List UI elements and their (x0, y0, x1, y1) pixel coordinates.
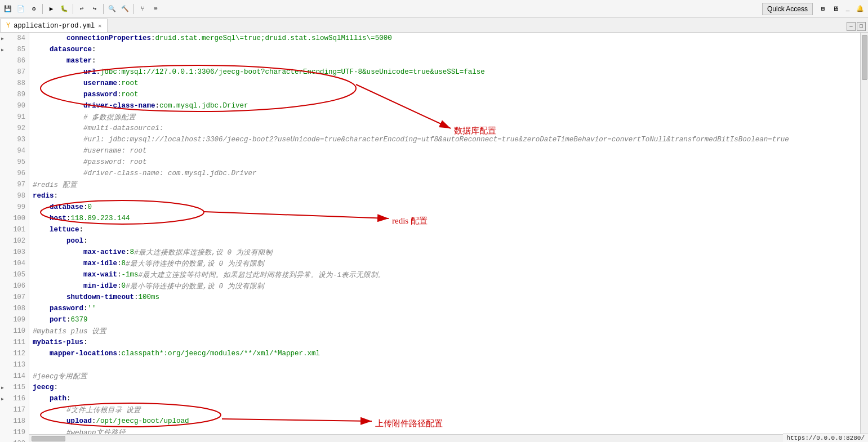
line-number-113: 113 (0, 359, 29, 370)
horizontal-scrollbar[interactable] (29, 434, 860, 442)
quick-access-button[interactable]: Quick Access (762, 3, 813, 15)
code-line-85: datasource: (29, 44, 860, 55)
line-number-119: 119 (0, 427, 29, 438)
line-number-105: 105 (0, 269, 29, 280)
line-number-86: 86 (0, 55, 29, 66)
line-number-91: 91 (0, 111, 29, 123)
code-line-97: #redis 配置 (29, 179, 860, 190)
notification-icon[interactable]: 🔔 (854, 3, 866, 15)
code-line-103: max-active: 8 #最大连接数据库连接数,设 0 为没有限制 (29, 247, 860, 258)
git-icon[interactable]: ⑂ (137, 3, 148, 15)
run-icon[interactable]: ▶ (46, 3, 57, 15)
scrollbar-thumb[interactable] (862, 35, 867, 80)
line-number-102: 102 (0, 235, 29, 247)
file-icon[interactable]: 📄 (15, 3, 26, 15)
code-line-87: url: jdbc:mysql://127.0.0.1:3306/jeecg-b… (29, 66, 860, 78)
line-number-106: 106 (0, 280, 29, 292)
minimize-icon[interactable]: _ (842, 3, 853, 15)
code-line-100: host: 118.89.223.144 (29, 213, 860, 224)
line-number-94: 94 (0, 145, 29, 157)
code-line-94: #username: root (29, 145, 860, 157)
code-line-95: #password: root (29, 157, 860, 168)
line-number-100: 100 (0, 213, 29, 224)
line-number-103: 103 (0, 247, 29, 258)
code-line-109: port: 6379 (29, 314, 860, 325)
code-editor[interactable]: connectionProperties: druid.stat.mergeSq… (29, 33, 860, 442)
undo-icon[interactable]: ↩ (76, 3, 87, 15)
line-number-108: 108 (0, 303, 29, 314)
code-line-114: #jeecg专用配置 (29, 370, 860, 382)
toolbar-icons: 💾 📄 ⚙ ▶ 🐛 ↩ ↪ 🔍 🔨 ⑂ ⌨ (2, 3, 761, 15)
code-line-93: #url: jdbc:mysql://localhost:3306/jeecg-… (29, 134, 860, 145)
sep3 (103, 4, 104, 14)
code-line-117: #文件上传根目录 设置 (29, 404, 860, 416)
restore-window-button[interactable]: □ (857, 22, 866, 31)
code-line-89: password: root (29, 89, 860, 100)
sep2 (73, 4, 73, 14)
horizontal-thumb[interactable] (32, 436, 65, 441)
redo-icon[interactable]: ↪ (89, 3, 100, 15)
toolbar: 💾 📄 ⚙ ▶ 🐛 ↩ ↪ 🔍 🔨 ⑂ ⌨ Quick Access ⊞ 🖥 _… (0, 0, 868, 18)
code-line-111: mybatis-plus: (29, 337, 860, 348)
line-number-111: 111 (0, 337, 29, 348)
line-number-118: 118 (0, 416, 29, 427)
code-line-107: shutdown-timeout: 100ms (29, 292, 860, 303)
search-icon[interactable]: 🔍 (106, 3, 118, 15)
sep4 (133, 4, 134, 14)
line-number-92: 92 (0, 123, 29, 134)
line-numbers-gutter: 8485868788899091929394959697989910010110… (0, 33, 29, 442)
line-number-95: 95 (0, 157, 29, 168)
code-line-96: #driver-class-name: com.mysql.jdbc.Drive… (29, 168, 860, 179)
code-line-110: #mybatis plus 设置 (29, 325, 860, 337)
line-number-96: 96 (0, 168, 29, 179)
window-controls: — □ (847, 22, 868, 32)
code-line-99: database: 0 (29, 202, 860, 213)
vertical-scrollbar[interactable] (860, 33, 868, 442)
code-line-86: master: (29, 55, 860, 66)
tab-filename: application-prod.yml (14, 22, 95, 30)
code-line-105: max-wait: -1ms #最大建立连接等待时间。如果超过此时间将接到异常。… (29, 269, 860, 280)
terminal-icon[interactable]: ⌨ (150, 3, 161, 15)
sep1 (42, 4, 43, 14)
debug-icon[interactable]: 🐛 (59, 3, 70, 15)
line-number-97: 97 (0, 179, 29, 190)
line-number-104: 104 (0, 258, 29, 269)
status-url: https://0.0.0.0:8280/ (786, 435, 865, 441)
line-number-120: 120 (0, 438, 29, 442)
tab-close-button[interactable]: ✕ (98, 23, 101, 29)
editor-tab[interactable]: Y application-prod.yml ✕ (0, 19, 108, 32)
settings-icon[interactable]: ⚙ (28, 3, 39, 15)
code-line-106: min-idle: 0 #最小等待连接中的数量,设 0 为没有限制 (29, 280, 860, 292)
line-number-116: 116 (0, 393, 29, 404)
code-line-116: path : (29, 393, 860, 404)
line-number-110: 110 (0, 325, 29, 337)
tab-bar: Y application-prod.yml ✕ — □ (0, 18, 868, 33)
code-line-88: username: root (29, 78, 860, 89)
line-number-93: 93 (0, 134, 29, 145)
minimize-window-button[interactable]: — (847, 22, 856, 31)
line-number-85: 85 (0, 44, 29, 55)
line-number-84: 84 (0, 33, 29, 44)
code-line-112: mapper-locations: classpath*:org/jeecg/m… (29, 348, 860, 359)
line-number-90: 90 (0, 100, 29, 111)
line-number-107: 107 (0, 292, 29, 303)
line-number-112: 112 (0, 348, 29, 359)
status-bar: https://0.0.0.0:8280/ (783, 434, 868, 442)
line-number-109: 109 (0, 314, 29, 325)
line-number-88: 88 (0, 78, 29, 89)
code-line-113 (29, 359, 860, 370)
line-number-99: 99 (0, 202, 29, 213)
save-icon[interactable]: 💾 (2, 3, 14, 15)
code-line-98: redis: (29, 190, 860, 202)
editor-container: 8485868788899091929394959697989910010110… (0, 33, 868, 442)
line-number-89: 89 (0, 89, 29, 100)
perspective-icon[interactable]: ⊞ (817, 3, 829, 15)
code-line-118: upload: /opt/jeecg-boot/upload (29, 416, 860, 427)
layout-icon[interactable]: 🖥 (830, 3, 841, 15)
code-line-102: pool: (29, 235, 860, 247)
code-line-115: jeecg : (29, 382, 860, 393)
build-icon[interactable]: 🔨 (119, 3, 131, 15)
code-line-90: driver-class-name: com.mysql.jdbc.Driver (29, 100, 860, 111)
line-number-115: 115 (0, 382, 29, 393)
line-number-114: 114 (0, 370, 29, 382)
